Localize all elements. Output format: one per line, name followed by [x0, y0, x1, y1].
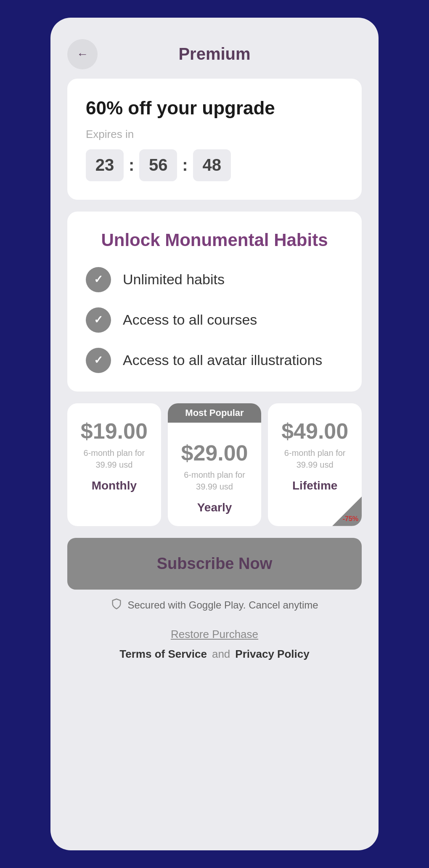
feature-text-1: Unlimited habits [123, 271, 225, 288]
timer: 23 : 56 : 48 [86, 149, 343, 181]
check-circle-2: ✓ [86, 307, 111, 333]
features-card: Unlock Monumental Habits ✓ Unlimited hab… [67, 212, 362, 392]
features-title: Unlock Monumental Habits [86, 230, 343, 250]
shield-icon [111, 598, 122, 613]
terms-of-service-link[interactable]: Terms of Service [119, 648, 207, 661]
plan-price-yearly: $29.00 [181, 440, 248, 466]
subscribe-button[interactable]: Subscribe Now [67, 538, 362, 590]
back-button[interactable]: ← [67, 39, 98, 69]
feature-item-2: ✓ Access to all courses [86, 307, 343, 333]
plan-price-monthly: $19.00 [81, 418, 148, 444]
feature-item-3: ✓ Access to all avatar illustrations [86, 348, 343, 373]
header: ← Premium [67, 38, 362, 67]
check-circle-3: ✓ [86, 348, 111, 373]
phone-container: ← Premium 60% off your upgrade Expires i… [50, 18, 379, 850]
restore-purchase-link[interactable]: Restore Purchase [171, 628, 258, 641]
back-arrow-icon: ← [77, 48, 88, 61]
footer-links: Terms of Service and Privacy Policy [119, 648, 309, 661]
plan-price-lifetime: $49.00 [281, 418, 348, 444]
plan-name-yearly: Yearly [197, 501, 232, 514]
promo-card: 60% off your upgrade Expires in 23 : 56 … [67, 79, 362, 200]
timer-seconds: 48 [193, 149, 231, 181]
timer-hours: 23 [86, 149, 124, 181]
security-text: Secured with Goggle Play. Cancel anytime [127, 599, 318, 611]
footer-and: and [212, 648, 230, 661]
page-title: Premium [178, 45, 250, 64]
plan-subtext-lifetime: 6-month plan for39.99 usd [284, 447, 346, 471]
popular-badge: Most Popular [168, 403, 262, 423]
check-icon-3: ✓ [94, 354, 103, 367]
plans-container: $19.00 6-month plan for39.99 usd Monthly… [67, 403, 362, 526]
feature-item-1: ✓ Unlimited habits [86, 267, 343, 292]
timer-colon-2: : [182, 156, 188, 175]
feature-text-2: Access to all courses [123, 312, 257, 328]
plan-card-yearly[interactable]: Most Popular $29.00 6-month plan for39.9… [168, 403, 262, 526]
timer-colon-1: : [129, 156, 134, 175]
plan-name-lifetime: Lifetime [292, 479, 337, 492]
plan-name-monthly: Monthly [92, 479, 137, 492]
check-icon-2: ✓ [94, 313, 103, 326]
footer: Restore Purchase Terms of Service and Pr… [67, 628, 362, 661]
plan-card-monthly[interactable]: $19.00 6-month plan for39.99 usd Monthly [67, 403, 161, 526]
timer-minutes: 56 [139, 149, 177, 181]
plan-subtext-yearly: 6-month plan for39.99 usd [184, 469, 245, 492]
plan-subtext-monthly: 6-month plan for39.99 usd [84, 447, 145, 471]
discount-text: -75% [343, 515, 358, 523]
discount-badge: -75% [332, 497, 362, 526]
subscribe-label: Subscribe Now [157, 555, 273, 572]
privacy-policy-link[interactable]: Privacy Policy [235, 648, 309, 661]
check-icon-1: ✓ [94, 273, 103, 286]
promo-title: 60% off your upgrade [86, 97, 343, 119]
feature-text-3: Access to all avatar illustrations [123, 352, 322, 368]
expires-label: Expires in [86, 128, 343, 141]
security-row: Secured with Goggle Play. Cancel anytime [67, 598, 362, 613]
plan-card-lifetime[interactable]: $49.00 6-month plan for39.99 usd Lifetim… [268, 403, 362, 526]
check-circle-1: ✓ [86, 267, 111, 292]
